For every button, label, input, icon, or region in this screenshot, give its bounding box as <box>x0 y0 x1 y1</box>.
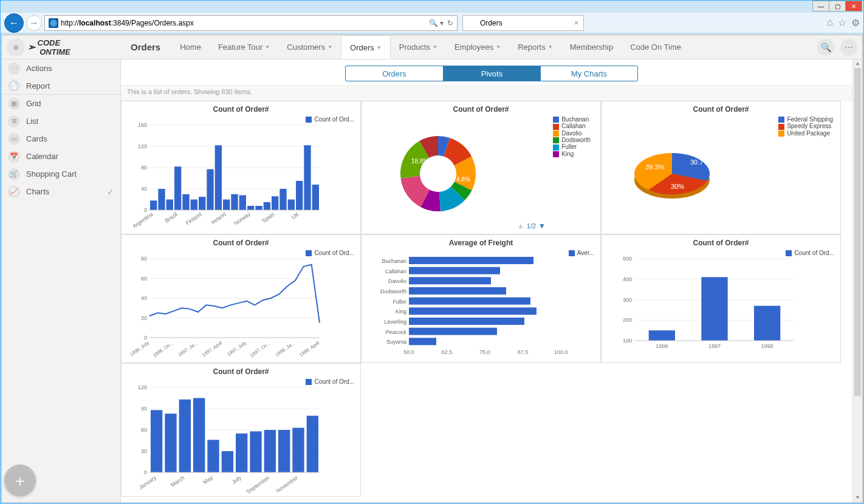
svg-rect-19 <box>223 200 230 211</box>
menu-employees[interactable]: Employees ▼ <box>446 35 509 59</box>
svg-text:50.0: 50.0 <box>403 349 414 355</box>
actions-icon: ⋯ <box>8 63 20 75</box>
sidebar-report[interactable]: 📄Report <box>2 77 120 95</box>
menu-orders[interactable]: Orders ▼ <box>341 35 391 59</box>
sidebar-grid[interactable]: ▦Grid <box>2 95 120 112</box>
chart-svg: 18.8%4.8% <box>365 116 517 231</box>
svg-text:King: King <box>396 308 406 315</box>
forward-button[interactable]: → <box>26 15 42 31</box>
svg-rect-13 <box>174 166 181 210</box>
minimize-button[interactable]: — <box>812 1 829 12</box>
svg-rect-30 <box>312 185 319 210</box>
tab-close-icon[interactable]: × <box>574 19 578 27</box>
chart-svg: 0204060801996, July1996, Oc...1997, Ja..… <box>125 250 326 359</box>
scroll-thumb[interactable] <box>854 68 861 396</box>
chevron-down-icon: ▼ <box>496 44 501 50</box>
search-button[interactable]: 🔍 <box>817 39 834 56</box>
tools-icon[interactable]: ⚙ <box>851 17 860 29</box>
check-icon: ✓ <box>107 187 114 197</box>
tab-label: Orders <box>480 19 502 27</box>
svg-rect-99 <box>701 277 727 341</box>
back-button[interactable]: ← <box>4 13 24 33</box>
menu-toggle[interactable]: ≡ <box>7 38 25 56</box>
tab-orders[interactable]: Orders × <box>462 15 584 31</box>
menu-products[interactable]: Products ▼ <box>391 35 446 59</box>
svg-rect-24 <box>264 202 270 210</box>
calendar-icon: 📅 <box>8 151 20 163</box>
report-icon: 📄 <box>8 80 20 92</box>
segment-pivots[interactable]: Pivots <box>443 66 540 81</box>
logo: ➢ CODE ONTIME <box>27 39 82 56</box>
chart-svg: 0306090120JanuaryMarchMayJulySeptemberNo… <box>125 378 326 494</box>
svg-text:January: January <box>138 474 157 491</box>
home-icon[interactable]: ⌂ <box>827 17 833 29</box>
svg-rect-101 <box>754 306 780 341</box>
sidebar-label: List <box>26 117 38 126</box>
legend-pager[interactable]: ▲ 1/2 ▼ <box>517 222 546 230</box>
tab-favicon <box>468 19 476 27</box>
legend: BuchananCallahanDavolioDodsworthFullerKi… <box>553 116 591 157</box>
page-next-icon[interactable]: ▼ <box>538 222 546 230</box>
charts-icon: 📈 <box>8 186 20 198</box>
chevron-down-icon: ▼ <box>327 44 332 50</box>
browser-toolbar: ← → http://localhost:3849/Pages/Orders.a… <box>1 13 863 33</box>
fab-add[interactable]: ＋ <box>4 465 36 496</box>
svg-rect-80 <box>409 338 436 345</box>
search-icon[interactable]: 🔍 ▾ <box>429 19 444 27</box>
svg-rect-17 <box>207 169 213 210</box>
menu-home[interactable]: Home <box>171 35 210 59</box>
svg-text:80: 80 <box>141 256 147 262</box>
page-prev-icon[interactable]: ▲ <box>517 222 524 230</box>
menu-feature-tour[interactable]: Feature Tour ▼ <box>210 35 278 59</box>
maximize-button[interactable]: ▢ <box>829 1 846 12</box>
shopping-cart-icon: 🛒 <box>8 168 20 180</box>
sidebar-cards[interactable]: ▭Cards <box>2 130 120 148</box>
svg-rect-119 <box>222 451 233 472</box>
svg-text:1996, July: 1996, July <box>129 340 150 357</box>
ie-icon <box>49 18 58 28</box>
svg-text:November: November <box>275 474 299 494</box>
menu-reports[interactable]: Reports ▼ <box>509 35 561 59</box>
menu-membership[interactable]: Membership <box>561 35 622 59</box>
window-frame: — ▢ ✕ ← → http://localhost:3849/Pages/Or… <box>0 0 864 504</box>
menu-code-on-time[interactable]: Code On Time <box>622 35 690 59</box>
svg-text:Ireland: Ireland <box>210 211 227 225</box>
scrollbar[interactable]: ▴ ▾ <box>852 60 862 502</box>
sidebar-actions[interactable]: ⋯Actions <box>2 60 120 77</box>
segment-orders[interactable]: Orders <box>346 66 443 81</box>
panel-title: Count of Order# <box>125 105 357 114</box>
page-indicator: 1/2 <box>527 222 536 230</box>
svg-text:1997, April: 1997, April <box>201 340 223 358</box>
scroll-up-icon[interactable]: ▴ <box>853 60 862 68</box>
sidebar-shopping-cart[interactable]: 🛒Shopping Cart <box>2 165 120 183</box>
svg-rect-28 <box>296 181 303 210</box>
chart-svg: BuchananCallahanDavolioDodsworthFullerKi… <box>365 250 596 359</box>
sidebar-list[interactable]: ≣List <box>2 112 120 130</box>
svg-rect-15 <box>191 200 197 211</box>
svg-text:Dodsworth: Dodsworth <box>380 288 406 295</box>
refresh-icon[interactable]: ↻ <box>447 19 453 27</box>
svg-text:18.8%: 18.8% <box>411 158 428 165</box>
svg-text:Brazil: Brazil <box>164 211 179 223</box>
panel-title: Count of Order# <box>365 105 597 114</box>
segment-my-charts[interactable]: My Charts <box>540 66 637 81</box>
more-button[interactable]: ⋯ <box>840 39 857 56</box>
close-button[interactable]: ✕ <box>845 1 862 12</box>
scroll-down-icon[interactable]: ▾ <box>853 494 862 502</box>
legend: Aver... <box>569 250 594 256</box>
panel-title: Count of Order# <box>125 367 357 376</box>
svg-text:30.7%: 30.7% <box>690 158 709 166</box>
svg-rect-23 <box>255 206 262 210</box>
page-title: Orders <box>131 42 160 52</box>
svg-text:400: 400 <box>623 276 632 282</box>
svg-text:Fuller: Fuller <box>393 299 406 305</box>
svg-rect-78 <box>409 328 497 335</box>
address-bar[interactable]: http://localhost:3849/Pages/Orders.aspx … <box>44 15 458 31</box>
svg-text:1997: 1997 <box>708 343 721 349</box>
sidebar-charts[interactable]: 📈Charts✓ <box>2 183 120 200</box>
menu-customers[interactable]: Customers ▼ <box>278 35 341 59</box>
sidebar-calendar[interactable]: 📅Calendar <box>2 148 120 165</box>
svg-text:September: September <box>245 474 271 494</box>
svg-rect-12 <box>166 200 173 211</box>
favorite-icon[interactable]: ☆ <box>838 17 846 29</box>
